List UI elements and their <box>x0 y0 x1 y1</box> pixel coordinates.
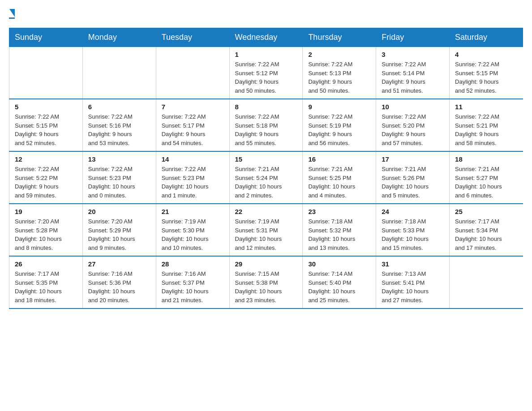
header-day-wednesday: Wednesday <box>229 28 303 47</box>
day-number: 9 <box>308 103 370 111</box>
calendar-cell: 29Sunrise: 7:15 AM Sunset: 5:38 PM Dayli… <box>229 256 303 308</box>
day-number: 22 <box>235 208 297 215</box>
day-info: Sunrise: 7:20 AM Sunset: 5:28 PM Dayligh… <box>15 217 77 252</box>
day-number: 12 <box>15 155 77 163</box>
day-number: 26 <box>15 260 77 268</box>
calendar-cell: 10Sunrise: 7:22 AM Sunset: 5:20 PM Dayli… <box>376 99 450 151</box>
day-info: Sunrise: 7:22 AM Sunset: 5:21 PM Dayligh… <box>455 112 517 147</box>
day-number: 14 <box>162 155 224 163</box>
day-number: 31 <box>382 260 444 268</box>
logo-underline <box>9 17 15 19</box>
day-info: Sunrise: 7:19 AM Sunset: 5:30 PM Dayligh… <box>162 217 224 252</box>
day-number: 28 <box>162 260 224 268</box>
header-day-monday: Monday <box>82 28 156 47</box>
calendar-week-row: 12Sunrise: 7:22 AM Sunset: 5:22 PM Dayli… <box>9 151 523 204</box>
calendar-cell <box>82 47 156 99</box>
day-number: 30 <box>308 260 370 268</box>
header-day-friday: Friday <box>376 28 450 47</box>
day-number: 29 <box>235 260 297 268</box>
calendar-cell: 15Sunrise: 7:21 AM Sunset: 5:24 PM Dayli… <box>229 151 303 204</box>
calendar-header-row: SundayMondayTuesdayWednesdayThursdayFrid… <box>9 28 523 47</box>
day-info: Sunrise: 7:22 AM Sunset: 5:14 PM Dayligh… <box>382 60 444 95</box>
day-number: 7 <box>162 103 224 111</box>
day-info: Sunrise: 7:22 AM Sunset: 5:15 PM Dayligh… <box>15 112 77 147</box>
calendar-week-row: 1Sunrise: 7:22 AM Sunset: 5:12 PM Daylig… <box>9 47 523 99</box>
calendar-cell: 13Sunrise: 7:22 AM Sunset: 5:23 PM Dayli… <box>82 151 156 204</box>
day-info: Sunrise: 7:22 AM Sunset: 5:16 PM Dayligh… <box>88 112 150 147</box>
calendar-cell: 2Sunrise: 7:22 AM Sunset: 5:13 PM Daylig… <box>303 47 376 99</box>
calendar-cell: 16Sunrise: 7:21 AM Sunset: 5:25 PM Dayli… <box>303 151 376 204</box>
calendar-cell: 1Sunrise: 7:22 AM Sunset: 5:12 PM Daylig… <box>229 47 303 99</box>
day-number: 20 <box>88 208 150 215</box>
day-info: Sunrise: 7:18 AM Sunset: 5:32 PM Dayligh… <box>308 217 370 252</box>
day-info: Sunrise: 7:17 AM Sunset: 5:35 PM Dayligh… <box>15 270 77 304</box>
day-info: Sunrise: 7:22 AM Sunset: 5:17 PM Dayligh… <box>162 112 224 147</box>
day-info: Sunrise: 7:14 AM Sunset: 5:40 PM Dayligh… <box>308 270 370 304</box>
calendar-cell: 27Sunrise: 7:16 AM Sunset: 5:36 PM Dayli… <box>82 256 156 308</box>
calendar-cell: 25Sunrise: 7:17 AM Sunset: 5:34 PM Dayli… <box>450 204 523 256</box>
calendar-cell: 24Sunrise: 7:18 AM Sunset: 5:33 PM Dayli… <box>376 204 450 256</box>
day-number: 5 <box>15 103 77 111</box>
calendar-cell: 11Sunrise: 7:22 AM Sunset: 5:21 PM Dayli… <box>450 99 523 151</box>
day-info: Sunrise: 7:16 AM Sunset: 5:37 PM Dayligh… <box>162 270 224 304</box>
page-header <box>9 9 523 19</box>
calendar-cell: 30Sunrise: 7:14 AM Sunset: 5:40 PM Dayli… <box>303 256 376 308</box>
calendar-cell: 17Sunrise: 7:21 AM Sunset: 5:26 PM Dayli… <box>376 151 450 204</box>
day-number: 10 <box>382 103 444 111</box>
day-info: Sunrise: 7:17 AM Sunset: 5:34 PM Dayligh… <box>455 217 517 252</box>
calendar-cell: 23Sunrise: 7:18 AM Sunset: 5:32 PM Dayli… <box>303 204 376 256</box>
day-info: Sunrise: 7:18 AM Sunset: 5:33 PM Dayligh… <box>382 217 444 252</box>
calendar-cell: 7Sunrise: 7:22 AM Sunset: 5:17 PM Daylig… <box>156 99 229 151</box>
day-info: Sunrise: 7:22 AM Sunset: 5:13 PM Dayligh… <box>308 60 370 95</box>
day-number: 25 <box>455 208 517 215</box>
calendar-cell: 26Sunrise: 7:17 AM Sunset: 5:35 PM Dayli… <box>9 256 83 308</box>
header-day-saturday: Saturday <box>450 28 523 47</box>
day-number: 13 <box>88 155 150 163</box>
calendar-cell <box>9 47 83 99</box>
day-info: Sunrise: 7:22 AM Sunset: 5:18 PM Dayligh… <box>235 112 297 147</box>
day-info: Sunrise: 7:21 AM Sunset: 5:26 PM Dayligh… <box>382 165 444 200</box>
day-info: Sunrise: 7:15 AM Sunset: 5:38 PM Dayligh… <box>235 270 297 304</box>
day-number: 17 <box>382 155 444 163</box>
day-number: 1 <box>235 51 297 58</box>
day-info: Sunrise: 7:22 AM Sunset: 5:15 PM Dayligh… <box>455 60 517 95</box>
calendar-cell: 5Sunrise: 7:22 AM Sunset: 5:15 PM Daylig… <box>9 99 83 151</box>
calendar-week-row: 19Sunrise: 7:20 AM Sunset: 5:28 PM Dayli… <box>9 204 523 256</box>
calendar-cell: 19Sunrise: 7:20 AM Sunset: 5:28 PM Dayli… <box>9 204 83 256</box>
calendar-cell: 3Sunrise: 7:22 AM Sunset: 5:14 PM Daylig… <box>376 47 450 99</box>
day-info: Sunrise: 7:21 AM Sunset: 5:27 PM Dayligh… <box>455 165 517 200</box>
day-number: 6 <box>88 103 150 111</box>
day-info: Sunrise: 7:21 AM Sunset: 5:25 PM Dayligh… <box>308 165 370 200</box>
calendar-week-row: 26Sunrise: 7:17 AM Sunset: 5:35 PM Dayli… <box>9 256 523 308</box>
logo <box>9 9 15 19</box>
calendar-cell: 18Sunrise: 7:21 AM Sunset: 5:27 PM Dayli… <box>450 151 523 204</box>
day-number: 27 <box>88 260 150 268</box>
day-info: Sunrise: 7:22 AM Sunset: 5:23 PM Dayligh… <box>162 165 224 200</box>
day-info: Sunrise: 7:22 AM Sunset: 5:19 PM Dayligh… <box>308 112 370 147</box>
day-number: 8 <box>235 103 297 111</box>
calendar-cell: 12Sunrise: 7:22 AM Sunset: 5:22 PM Dayli… <box>9 151 83 204</box>
day-number: 19 <box>15 208 77 215</box>
header-day-sunday: Sunday <box>9 28 83 47</box>
day-number: 15 <box>235 155 297 163</box>
calendar-cell: 31Sunrise: 7:13 AM Sunset: 5:41 PM Dayli… <box>376 256 450 308</box>
day-number: 4 <box>455 51 517 58</box>
day-info: Sunrise: 7:19 AM Sunset: 5:31 PM Dayligh… <box>235 217 297 252</box>
day-number: 11 <box>455 103 517 111</box>
calendar-cell: 22Sunrise: 7:19 AM Sunset: 5:31 PM Dayli… <box>229 204 303 256</box>
day-info: Sunrise: 7:22 AM Sunset: 5:20 PM Dayligh… <box>382 112 444 147</box>
day-info: Sunrise: 7:20 AM Sunset: 5:29 PM Dayligh… <box>88 217 150 252</box>
header-day-tuesday: Tuesday <box>156 28 229 47</box>
day-number: 2 <box>308 51 370 58</box>
day-info: Sunrise: 7:13 AM Sunset: 5:41 PM Dayligh… <box>382 270 444 304</box>
day-number: 21 <box>162 208 224 215</box>
logo-arrow-icon <box>9 9 15 17</box>
day-number: 24 <box>382 208 444 215</box>
day-info: Sunrise: 7:22 AM Sunset: 5:22 PM Dayligh… <box>15 165 77 200</box>
calendar-cell <box>450 256 523 308</box>
calendar-cell: 9Sunrise: 7:22 AM Sunset: 5:19 PM Daylig… <box>303 99 376 151</box>
day-info: Sunrise: 7:22 AM Sunset: 5:12 PM Dayligh… <box>235 60 297 95</box>
calendar-week-row: 5Sunrise: 7:22 AM Sunset: 5:15 PM Daylig… <box>9 99 523 151</box>
day-number: 16 <box>308 155 370 163</box>
day-info: Sunrise: 7:21 AM Sunset: 5:24 PM Dayligh… <box>235 165 297 200</box>
